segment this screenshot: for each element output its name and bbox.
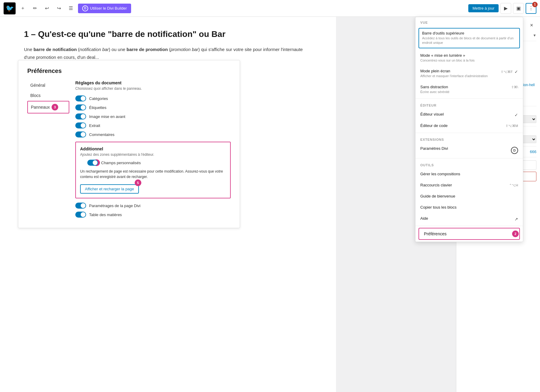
badge-5: 5 — [135, 179, 141, 186]
pref-nav-general[interactable]: Général — [27, 80, 69, 90]
top-toolbar: 🐦 ＋ ✏ ↩ ↪ ☰ D Utiliser le Divi Builder M… — [0, 0, 540, 17]
reload-button[interactable]: Afficher et recharger la page — [80, 184, 139, 194]
preferences-sidebar: Général Blocs Panneaux 3 — [27, 80, 69, 221]
options-button[interactable]: ⋮ 1 — [526, 3, 536, 14]
occurrences-count: 666 — [530, 149, 536, 154]
toggle-extrait-switch[interactable] — [75, 122, 86, 128]
pref-nav-panneaux[interactable]: Panneaux 3 — [27, 101, 69, 113]
dropdown-preferences-item[interactable]: Préférences — [418, 228, 520, 240]
dropdown-item-pleinecran-desc: Afficher et masquer l'interface d'admini… — [420, 74, 498, 78]
dropdown-item-aide-title: Aide — [420, 216, 512, 221]
shortcut-pleinecran: ⇧⌥⌘F — [501, 70, 513, 74]
dropdown-extensions-label: EXTENSIONS — [416, 134, 523, 143]
toggle-commentaires: Commentaires — [75, 131, 231, 137]
toggle-divi-page-label: Paramétrages de la page Divi — [89, 204, 140, 208]
dropdown-item-pleinecran-title: Mode plein écran — [420, 69, 498, 73]
dropdown-item-barre-desc: Accédez à tous les outils de blocs et de… — [422, 36, 516, 45]
toggle-champs-switch[interactable] — [87, 160, 98, 166]
toggle-image-switch[interactable] — [75, 113, 86, 119]
pencil-button[interactable]: ✏ — [30, 4, 40, 13]
dropdown-item-copier[interactable]: Copier tous les blocs — [416, 202, 523, 213]
dropdown-item-editeur-code[interactable]: Éditeur de code ⇧⌥⌘M — [416, 120, 523, 131]
dropdown-outils-label: OUTILS — [416, 160, 523, 169]
add-button[interactable]: ＋ — [18, 4, 28, 13]
toggle-categories-switch[interactable] — [75, 95, 86, 101]
dropdown-item-sansdistraction-desc: Écrire avec sérénité — [420, 90, 509, 94]
divider-outils — [416, 158, 523, 158]
dropdown-item-compositions[interactable]: Gérer les compositions — [416, 169, 523, 180]
check-pleinecran: ✓ — [514, 69, 518, 74]
divi-icon: D — [511, 147, 518, 154]
additionnel-title: Additionnel — [80, 146, 226, 151]
toggle-image: Image mise en avant — [75, 113, 231, 119]
toggle-table-switch[interactable] — [75, 212, 86, 218]
badge-3: 3 — [52, 104, 58, 110]
doc-settings-desc: Choisissez quoi afficher dans le panneau… — [75, 86, 231, 91]
divi-d-icon: D — [82, 5, 88, 11]
toggle-categories-label: Catégories — [89, 96, 108, 101]
divider-preferences — [416, 226, 523, 226]
dropdown-item-code-title: Éditeur de code — [420, 123, 503, 128]
dropdown-item-barre-outils[interactable]: Barre d'outils supérieure Accédez à tous… — [418, 28, 520, 48]
settings-button[interactable]: ▣ — [513, 3, 524, 14]
shortcut-code: ⇧⌥⌘M — [506, 124, 518, 128]
divi-builder-button[interactable]: D Utiliser le Divi Builder — [78, 4, 131, 13]
dropdown-item-guide-title: Guide de bienvenue — [420, 194, 518, 198]
dropdown-preferences-title: Préférences — [424, 231, 446, 236]
article-title: 1 – Qu'est-ce qu'une "barre de notificat… — [24, 29, 312, 40]
doc-settings-title: Réglages du document — [75, 80, 231, 85]
dropdown-item-raccourcis-title: Raccourcis clavier — [420, 183, 507, 187]
dropdown-item-lumiere[interactable]: Mode « mise en lumière » Concentrez-vous… — [416, 50, 523, 66]
dropdown-item-divi[interactable]: Paramètres Divi D — [416, 143, 523, 157]
dropdown-item-aide[interactable]: Aide ↗ — [416, 213, 523, 225]
dropdown-vue-label: VUE — [416, 17, 523, 26]
publish-button[interactable]: Mettre à jour — [468, 4, 499, 12]
toggle-extrait: Extrait — [75, 122, 231, 128]
dropdown-item-plein-ecran[interactable]: Mode plein écran Afficher et masquer l'i… — [416, 66, 523, 81]
preferences-content: Réglages du document Choisissez quoi aff… — [69, 80, 231, 221]
toggle-image-label: Image mise en avant — [89, 114, 125, 119]
undo-button[interactable]: ↩ — [42, 4, 52, 13]
dropdown-item-guide[interactable]: Guide de bienvenue — [416, 191, 523, 202]
dropdown-item-raccourcis[interactable]: Raccourcis clavier ⌃⌥H — [416, 180, 523, 191]
toggle-extrait-label: Extrait — [89, 123, 100, 128]
toggle-categories: Catégories — [75, 95, 231, 101]
dropdown-item-compositions-title: Gérer les compositions — [420, 172, 518, 176]
article-body: Une barre de notification (notification … — [24, 46, 312, 61]
additionnel-desc: Ajoutez des zones supplémentaires à l'éd… — [80, 152, 226, 157]
check-visuel: ✓ — [514, 113, 518, 117]
badge-2: 2 — [512, 231, 519, 237]
dropdown-item-sans-distraction[interactable]: Sans distraction Écrire avec sérénité ⇧⌘… — [416, 82, 523, 97]
reload-note: Un rechargement de page est nécessaire p… — [80, 169, 226, 179]
preview-button[interactable]: ▶ — [500, 3, 511, 14]
dropdown-item-visuel-title: Éditeur visuel — [420, 112, 512, 116]
dropdown-item-lumiere-desc: Concentrez-vous sur un bloc à la fois — [420, 58, 518, 63]
pref-nav-blocs[interactable]: Blocs — [27, 91, 69, 100]
preferences-panel: Préférences Général Blocs Panneaux 3 Rég… — [18, 60, 240, 228]
list-view-button[interactable]: ☰ — [66, 4, 76, 13]
divider-editeur — [416, 98, 523, 99]
toggle-commentaires-switch[interactable] — [75, 131, 86, 137]
toggle-divi-page-switch[interactable] — [75, 203, 86, 209]
toggle-etiquettes-switch[interactable] — [75, 104, 86, 110]
logo: 🐦 — [4, 2, 16, 14]
options-badge: 1 — [532, 2, 538, 7]
toggle-divi-page: Paramétrages de la page Divi — [75, 203, 231, 209]
toggle-champs: 4 Champs personnalisés — [80, 160, 226, 166]
toolbar-right: Mettre à jour ▶ ▣ ⋮ 1 — [468, 3, 536, 14]
dropdown-item-copier-title: Copier tous les blocs — [420, 205, 518, 210]
divider-extensions — [416, 133, 523, 133]
dropdown-item-lumiere-title: Mode « mise en lumière » — [420, 53, 518, 58]
dropdown-item-barre-title: Barre d'outils supérieure — [422, 31, 516, 35]
additionnel-box: Additionnel Ajoutez des zones supplément… — [75, 142, 231, 198]
dropdown-item-editeur-visuel[interactable]: Éditeur visuel ✓ — [416, 109, 523, 120]
dropdown-editeur-label: ÉDITEUR — [416, 100, 523, 109]
redo-button[interactable]: ↪ — [54, 4, 64, 13]
sidebar-close-button[interactable]: × — [527, 20, 536, 30]
toggle-champs-label: Champs personnalisés — [101, 161, 141, 165]
shortcut-sansdistraction: ⇧⌘\ — [511, 85, 518, 89]
dropdown-item-divi-title: Paramètres Divi — [420, 146, 508, 151]
ext-link-icon: ↗ — [514, 217, 518, 222]
dropdown-menu: VUE Barre d'outils supérieure Accédez à … — [415, 17, 523, 242]
toggle-etiquettes-label: Étiquettes — [89, 105, 106, 110]
